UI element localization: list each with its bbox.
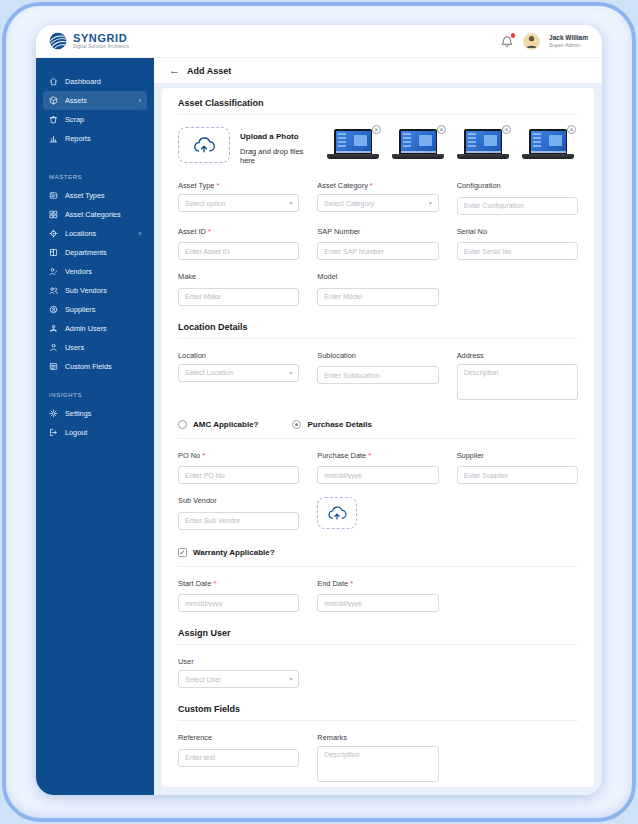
required-marker: * <box>350 579 353 588</box>
configuration-input[interactable] <box>457 197 578 215</box>
admin-person-icon <box>49 324 58 333</box>
warranty-applicable-checkbox[interactable]: ✓ Warranty Applicable? <box>178 548 275 557</box>
end-date-input[interactable] <box>317 594 438 612</box>
sidebar-item-departments[interactable]: Departments <box>43 243 147 262</box>
field-sap-number: SAP Number <box>317 227 438 261</box>
select-placeholder: Select User <box>185 676 221 683</box>
sidebar-item-asset-categories[interactable]: Asset Categories <box>43 205 147 224</box>
asset-type-select[interactable]: Select option▾ <box>178 194 299 212</box>
field-label: Sub Vendor <box>178 496 217 505</box>
sidebar-item-settings[interactable]: Settings <box>43 404 147 423</box>
sidebar-item-users[interactable]: Users <box>43 338 147 357</box>
warranty-applicable-label: Warranty Applicable? <box>193 548 275 557</box>
top-bar: SYNGRID Digital Solution Architects <box>36 25 602 58</box>
notification-dot <box>511 33 516 38</box>
asset-photo-thumbnail: × <box>457 129 509 165</box>
purchase-details-radio[interactable]: Purchase Details <box>292 420 371 429</box>
sidebar-item-assets[interactable]: Assets › <box>43 91 147 110</box>
upload-subtitle: Drag and drop files here <box>240 147 317 165</box>
start-date-input[interactable] <box>178 594 299 612</box>
trash-icon <box>49 115 58 124</box>
sidebar-section-masters: MASTERS <box>49 174 147 180</box>
sidebar-item-locations[interactable]: Locations › <box>43 224 147 243</box>
upload-instructions: Upload a Photo Drag and drop files here <box>240 127 317 165</box>
person-pen-icon <box>49 267 58 276</box>
po-no-input[interactable] <box>178 466 299 484</box>
card-icon <box>49 191 58 200</box>
asset-category-select[interactable]: Select Category▾ <box>317 194 438 212</box>
amc-applicable-radio[interactable]: AMC Applicable? <box>178 420 258 429</box>
field-address: Address <box>457 351 578 404</box>
serial-no-input[interactable] <box>457 242 578 260</box>
upload-title: Upload a Photo <box>240 132 317 141</box>
remarks-textarea[interactable] <box>317 746 438 782</box>
sidebar-item-custom-fields[interactable]: Custom Fields <box>43 357 147 376</box>
sidebar-item-label: Settings <box>65 409 91 418</box>
sidebar-item-admin-users[interactable]: Admin Users <box>43 319 147 338</box>
compass-icon <box>49 229 58 238</box>
model-input[interactable] <box>317 288 438 306</box>
sidebar-item-dashboard[interactable]: Dashboard <box>43 72 147 91</box>
sidebar-item-label: Admin Users <box>65 324 107 333</box>
invoice-upload-dropzone[interactable] <box>317 497 357 529</box>
sidebar-item-scrap[interactable]: Scrap <box>43 110 147 129</box>
sidebar-item-logout[interactable]: Logout <box>43 423 147 442</box>
sidebar-item-label: Dashboard <box>65 77 101 86</box>
user-avatar[interactable] <box>523 33 540 50</box>
field-serial-no: Serial No <box>457 227 578 261</box>
field-label: Location <box>178 351 206 360</box>
make-input[interactable] <box>178 288 299 306</box>
user-name: Jack William <box>549 34 588 42</box>
sidebar-item-reports[interactable]: Reports <box>43 129 147 148</box>
sublocation-input[interactable] <box>317 366 438 384</box>
remove-photo-icon[interactable]: × <box>372 125 381 134</box>
notification-bell-icon[interactable] <box>501 34 514 48</box>
remove-photo-icon[interactable]: × <box>437 125 446 134</box>
sub-vendor-input[interactable] <box>178 512 299 530</box>
checkbox-checked-icon: ✓ <box>178 548 187 557</box>
sap-number-input[interactable] <box>317 242 438 260</box>
field-label: Serial No <box>457 227 487 236</box>
field-label: Purchase Date <box>317 451 366 460</box>
address-textarea[interactable] <box>457 364 578 400</box>
field-asset-id: Asset ID* <box>178 227 299 261</box>
reference-input[interactable] <box>178 749 299 767</box>
location-select[interactable]: Select Location▾ <box>178 364 299 382</box>
field-label: End Date <box>317 579 348 588</box>
sidebar-item-label: Sub Vendors <box>65 286 107 295</box>
supplier-input[interactable] <box>457 466 578 484</box>
asset-photo-thumbnail: × <box>392 129 444 165</box>
field-model: Model <box>317 272 438 306</box>
sidebar-item-asset-types[interactable]: Asset Types <box>43 186 147 205</box>
sidebar-item-label: Asset Types <box>65 191 105 200</box>
asset-id-input[interactable] <box>178 242 299 260</box>
page-header: ← Add Asset <box>154 58 602 83</box>
back-arrow-icon[interactable]: ← <box>169 65 180 76</box>
sidebar-item-vendors[interactable]: Vendors <box>43 262 147 281</box>
field-label: Make <box>178 272 196 281</box>
field-label: SAP Number <box>317 227 360 236</box>
amc-applicable-label: AMC Applicable? <box>193 420 258 429</box>
person-icon <box>49 343 58 352</box>
sidebar-item-label: Reports <box>65 134 91 143</box>
section-assign-user: Assign User <box>178 628 578 645</box>
gear-icon <box>49 409 58 418</box>
sidebar-item-label: Custom Fields <box>65 362 112 371</box>
field-remarks: Remarks <box>317 733 438 786</box>
sidebar-item-suppliers[interactable]: Suppliers <box>43 300 147 319</box>
field-label: User <box>178 657 194 666</box>
grid-icon <box>49 210 58 219</box>
add-asset-form: Asset Classification Upload a Photo Drag… <box>162 88 594 787</box>
user-select[interactable]: Select User▾ <box>178 670 299 688</box>
field-label: Configuration <box>457 181 501 190</box>
photo-upload-dropzone[interactable] <box>178 127 230 163</box>
sidebar-item-sub-vendors[interactable]: Sub Vendors <box>43 281 147 300</box>
purchase-date-input[interactable] <box>317 466 438 484</box>
select-placeholder: Select Category <box>324 200 374 207</box>
app-screen: SYNGRID Digital Solution Architects <box>36 25 602 795</box>
remove-photo-icon[interactable]: × <box>567 125 576 134</box>
field-po-no: PO No* <box>178 451 299 485</box>
remove-photo-icon[interactable]: × <box>502 125 511 134</box>
chevron-right-icon: › <box>139 97 141 104</box>
asset-photo-thumbnail: × <box>522 129 574 165</box>
